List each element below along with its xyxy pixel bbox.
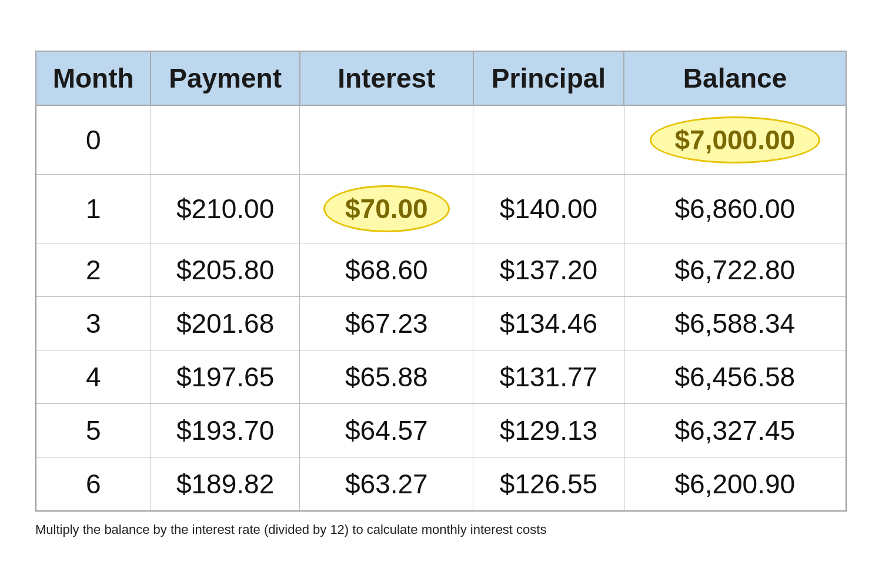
col-header-month: Month bbox=[36, 51, 151, 105]
cell-balance: $7,000.00 bbox=[624, 105, 846, 175]
cell-balance: $6,860.00 bbox=[624, 175, 846, 243]
cell-balance: $6,200.90 bbox=[624, 457, 846, 512]
cell-month: 4 bbox=[36, 350, 151, 404]
cell-principal: $131.77 bbox=[473, 350, 624, 404]
table-row: 3$201.68$67.23$134.46$6,588.34 bbox=[36, 297, 846, 350]
cell-month: 1 bbox=[36, 175, 151, 243]
cell-interest: $70.00 bbox=[300, 175, 473, 243]
col-header-balance: Balance bbox=[624, 51, 846, 105]
cell-payment: $205.80 bbox=[151, 243, 300, 297]
cell-payment: $189.82 bbox=[151, 457, 300, 512]
cell-month: 3 bbox=[36, 297, 151, 350]
amortization-table: Month Payment Interest Principal Balance… bbox=[35, 51, 847, 512]
cell-principal: $134.46 bbox=[473, 297, 624, 350]
cell-payment: $210.00 bbox=[151, 175, 300, 243]
cell-balance: $6,327.45 bbox=[624, 404, 846, 457]
cell-payment: $193.70 bbox=[151, 404, 300, 457]
cell-interest: $68.60 bbox=[300, 243, 473, 297]
cell-principal: $126.55 bbox=[473, 457, 624, 512]
cell-interest bbox=[300, 105, 473, 175]
cell-payment bbox=[151, 105, 300, 175]
table-row: 1$210.00$70.00$140.00$6,860.00 bbox=[36, 175, 846, 243]
cell-principal: $129.13 bbox=[473, 404, 624, 457]
cell-month: 0 bbox=[36, 105, 151, 175]
cell-payment: $197.65 bbox=[151, 350, 300, 404]
highlight-balance-value: $7,000.00 bbox=[650, 116, 821, 163]
cell-balance: $6,456.58 bbox=[624, 350, 846, 404]
cell-balance: $6,722.80 bbox=[624, 243, 846, 297]
table-row: 4$197.65$65.88$131.77$6,456.58 bbox=[36, 350, 846, 404]
col-header-interest: Interest bbox=[300, 51, 473, 105]
cell-interest: $65.88 bbox=[300, 350, 473, 404]
cell-interest: $64.57 bbox=[300, 404, 473, 457]
cell-month: 5 bbox=[36, 404, 151, 457]
cell-principal: $137.20 bbox=[473, 243, 624, 297]
table-row: 5$193.70$64.57$129.13$6,327.45 bbox=[36, 404, 846, 457]
cell-principal bbox=[473, 105, 624, 175]
cell-balance: $6,588.34 bbox=[624, 297, 846, 350]
cell-interest: $67.23 bbox=[300, 297, 473, 350]
table-footnote: Multiply the balance by the interest rat… bbox=[35, 522, 847, 537]
highlight-interest-value: $70.00 bbox=[323, 185, 450, 232]
cell-principal: $140.00 bbox=[473, 175, 624, 243]
table-row: 6$189.82$63.27$126.55$6,200.90 bbox=[36, 457, 846, 512]
table-row: 2$205.80$68.60$137.20$6,722.80 bbox=[36, 243, 846, 297]
table-header-row: Month Payment Interest Principal Balance bbox=[36, 51, 846, 105]
table-row: 0$7,000.00 bbox=[36, 105, 846, 175]
cell-month: 6 bbox=[36, 457, 151, 512]
col-header-payment: Payment bbox=[151, 51, 300, 105]
col-header-principal: Principal bbox=[473, 51, 624, 105]
cell-month: 2 bbox=[36, 243, 151, 297]
cell-interest: $63.27 bbox=[300, 457, 473, 512]
cell-payment: $201.68 bbox=[151, 297, 300, 350]
amortization-table-wrapper: Month Payment Interest Principal Balance… bbox=[35, 51, 847, 537]
